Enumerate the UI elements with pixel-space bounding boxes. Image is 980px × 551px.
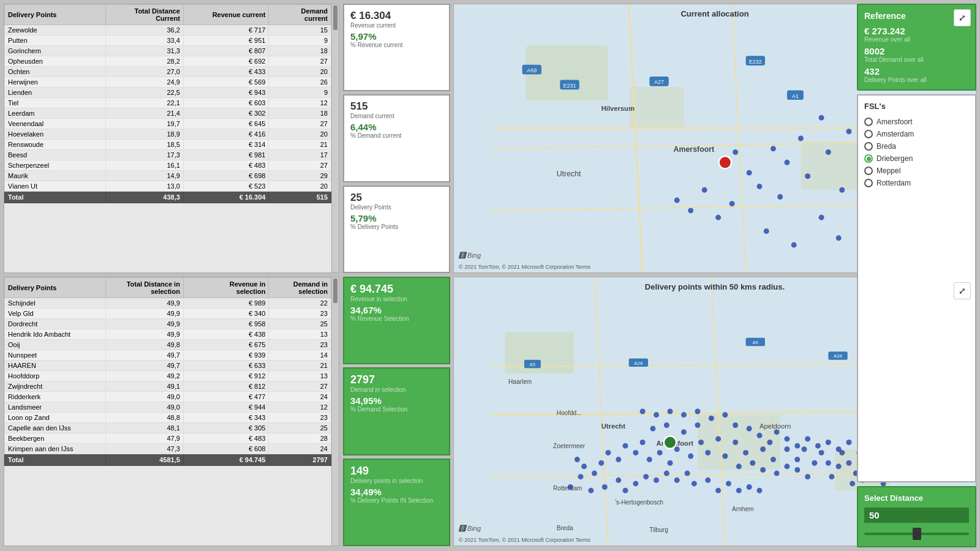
fsl-item-label: Amersfoort — [876, 118, 913, 126]
svg-point-143 — [692, 481, 697, 486]
del-sel-pct-label: % Delivery Points IN Selection — [350, 497, 443, 504]
svg-point-97 — [736, 463, 742, 469]
radio-button[interactable] — [864, 167, 873, 175]
col-revenue-selection: Revenue inselection — [183, 278, 269, 298]
svg-point-111 — [826, 460, 831, 466]
svg-point-167 — [836, 446, 842, 452]
svg-point-161 — [774, 429, 780, 435]
svg-point-112 — [829, 474, 834, 479]
table-row: Capelle aan den IJss48,1€ 30525 — [5, 423, 331, 433]
col-revenue-current: Revenue current — [183, 5, 269, 25]
table-row: Vianen Ut13,0€ 52320 — [5, 181, 331, 192]
svg-text:A27: A27 — [654, 79, 664, 85]
table-row: Tiel22,1€ 60312 — [5, 98, 331, 108]
svg-point-27 — [805, 173, 810, 179]
svg-point-90 — [698, 440, 704, 445]
fsl-item[interactable]: Rotterdam — [864, 177, 969, 189]
table-row: Hoofddorp49,2€ 91213 — [5, 371, 331, 381]
demand-stat-card: 515 Demand current 6,44% % Demand curren… — [343, 94, 450, 182]
svg-text:Utrecht: Utrecht — [601, 422, 626, 430]
top-map-expand-button[interactable]: ⤢ — [954, 9, 971, 26]
svg-point-162 — [784, 436, 790, 441]
rev-sel-value: € 94.745 — [350, 283, 443, 296]
svg-point-133 — [588, 488, 594, 493]
bottom-map-expand-button[interactable]: ⤢ — [954, 282, 971, 299]
svg-text:E231: E231 — [564, 83, 576, 89]
del-sel-value: 149 — [350, 465, 443, 478]
delivery-pct: 5,79% — [350, 213, 443, 223]
svg-point-156 — [722, 412, 728, 418]
svg-point-89 — [688, 454, 693, 459]
table-row: Putten33,4€ 9519 — [5, 36, 331, 46]
svg-point-157 — [733, 422, 738, 428]
svg-point-163 — [794, 443, 800, 449]
svg-point-47 — [819, 115, 824, 121]
svg-point-87 — [647, 457, 652, 462]
fsl-item-label: Meppel — [876, 167, 900, 175]
fsl-item[interactable]: Amersfoort — [864, 116, 969, 128]
svg-text:A6: A6 — [752, 340, 758, 345]
top-stats-panel: € 16.304 Revenue current 5,97% % Revenue… — [343, 4, 450, 273]
ref-delivery-value: 432 — [864, 66, 969, 77]
table-row: Maurik14,9€ 69829 — [5, 171, 331, 181]
svg-point-23 — [702, 187, 707, 193]
radio-button[interactable] — [864, 130, 873, 138]
select-distance-card: Select Distance 50 — [857, 486, 976, 547]
delivery-pct-label: % Delivery Points — [350, 223, 443, 230]
radio-button[interactable] — [864, 118, 873, 126]
svg-point-127 — [598, 460, 604, 466]
demand-pct-label: % Demand current — [350, 132, 443, 139]
radio-button[interactable] — [864, 179, 873, 187]
svg-text:Utrecht: Utrecht — [557, 170, 581, 178]
svg-point-101 — [760, 467, 766, 473]
svg-text:Rotterdam: Rotterdam — [553, 485, 582, 492]
table-row: Scherpenzeel16,1€ 48327 — [5, 160, 331, 171]
table-row: Zeewolde36,2€ 71715 — [5, 25, 331, 36]
demand-selection-stat-card: 2797 Demand in selection 34,95% % Demand… — [343, 367, 450, 455]
fsl-item[interactable]: Meppel — [864, 165, 969, 177]
bottom-stats-panel: € 94.745 Revenue in selection 34,67% % R… — [343, 277, 450, 546]
table-row: Leerdam21,4€ 30218 — [5, 108, 331, 119]
svg-point-84 — [674, 446, 680, 452]
radio-button[interactable] — [864, 154, 873, 163]
top-delivery-table: Delivery Points Total DistanceCurrent Re… — [4, 4, 331, 203]
svg-point-99 — [760, 446, 766, 452]
svg-text:Hoofdd...: Hoofdd... — [557, 410, 582, 416]
fsl-item[interactable]: Breda — [864, 140, 969, 152]
svg-text:A1: A1 — [792, 93, 799, 99]
svg-point-154 — [695, 409, 700, 414]
svg-point-110 — [819, 450, 824, 455]
col-total-distance-current: Total DistanceCurrent — [105, 5, 183, 25]
table-row: Veenendaal19,7€ 64527 — [5, 119, 331, 129]
dem-sel-pct-label: % Demand Selection — [350, 406, 443, 413]
svg-text:Haarlem: Haarlem — [508, 378, 532, 385]
table-row: HAAREN49,7€ 63321 — [5, 361, 331, 371]
table-row: Beesd17,3€ 98117 — [5, 150, 331, 160]
svg-text:Breda: Breda — [557, 525, 573, 531]
table-row: Ooij49,8€ 67523 — [5, 340, 331, 350]
svg-point-142 — [685, 471, 690, 476]
svg-point-155 — [709, 416, 714, 421]
svg-point-82 — [664, 422, 669, 428]
bottom-delivery-table: Delivery Points Total Distance inselecti… — [4, 277, 331, 466]
svg-point-165 — [815, 443, 821, 449]
svg-point-95 — [733, 440, 738, 445]
top-table-scrollbar[interactable] — [331, 4, 339, 272]
fsl-item-label: Rotterdam — [876, 179, 911, 187]
svg-point-26 — [777, 194, 783, 200]
svg-point-37 — [733, 149, 738, 155]
col-demand-current: Demandcurrent — [269, 5, 331, 25]
bottom-table-scrollbar[interactable] — [331, 277, 339, 545]
ref-demand-label: Total Demand over all — [864, 56, 969, 63]
table-row: Lienden22,5€ 9439 — [5, 88, 331, 98]
ref-demand-value: 8002 — [864, 46, 969, 56]
rev-sel-pct-label: % Revenue Selection — [350, 315, 443, 322]
fsl-item[interactable]: Driebergen — [864, 152, 969, 165]
bottom-map-copyright: © 2021 TomTom, © 2021 Microsoft Corporat… — [459, 537, 590, 543]
svg-point-24 — [729, 201, 735, 206]
ref-revenue-value: € 273.242 — [864, 26, 969, 36]
fsl-item[interactable]: Amsterdam — [864, 128, 969, 140]
slider-thumb[interactable] — [913, 528, 921, 540]
ref-revenue-label: Revenue over all — [864, 36, 969, 43]
radio-button[interactable] — [864, 142, 873, 151]
